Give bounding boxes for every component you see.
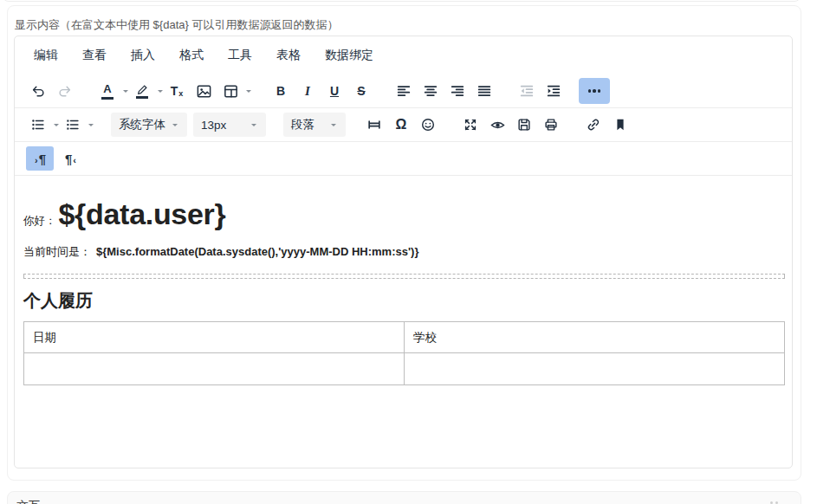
save-icon: [516, 117, 532, 132]
block-format-select[interactable]: 段落: [283, 113, 346, 137]
toolbar-row-1: A Tx: [15, 74, 792, 108]
fullscreen-button[interactable]: [458, 113, 483, 137]
insert-table-button[interactable]: [218, 79, 243, 103]
outdent-icon: [519, 83, 535, 99]
strikethrough-button[interactable]: S: [349, 79, 373, 103]
toolbar-row-2: 系统字体 13px 段落 Ω: [15, 108, 792, 142]
menu-view[interactable]: 查看: [75, 44, 114, 67]
redo-icon: [57, 83, 73, 99]
menu-data-binding[interactable]: 数据绑定: [317, 44, 381, 67]
resume-section-title[interactable]: 个人履历: [23, 289, 785, 313]
horizontal-rule-icon: [366, 117, 382, 132]
clear-formatting-icon: T: [171, 85, 178, 97]
greeting-label: 你好：: [23, 214, 56, 229]
table-header-school[interactable]: 学校: [405, 322, 785, 353]
emoticons-button[interactable]: [416, 113, 440, 137]
table-caret-icon[interactable]: [246, 90, 251, 95]
rich-text-editor[interactable]: 编辑 查看 插入 格式 工具 表格 数据绑定: [14, 36, 793, 468]
time-variable: ${Misc.formatDate(Data.sysdate(),'yyyy-M…: [96, 245, 418, 258]
bullet-list-button[interactable]: [26, 113, 50, 137]
ltr-icon: ›¶: [34, 152, 46, 166]
clear-formatting-button[interactable]: Tx: [165, 79, 189, 103]
eye-icon: [490, 117, 506, 133]
highlight-color-button[interactable]: [130, 79, 154, 103]
print-button[interactable]: [539, 113, 563, 137]
align-justify-button[interactable]: [472, 79, 496, 103]
greeting-heading[interactable]: 你好： ${data.user}: [23, 197, 785, 231]
preview-button[interactable]: [485, 113, 509, 137]
editor-content-area[interactable]: 你好： ${data.user} 当前时间是： ${Misc.formatDat…: [15, 176, 792, 468]
italic-icon: I: [305, 85, 310, 97]
editor-menubar: 编辑 查看 插入 格式 工具 表格 数据绑定: [15, 36, 792, 74]
font-family-caret-icon: [172, 124, 178, 129]
field-label: 显示内容（在富文本中使用 ${data} 可以引用数据源返回的数据）: [15, 17, 338, 33]
bullet-list-caret-icon[interactable]: [54, 124, 59, 129]
menu-tools[interactable]: 工具: [220, 44, 260, 67]
numbered-list-button[interactable]: [61, 113, 85, 137]
bookmark-icon: [613, 117, 628, 132]
anchor-button[interactable]: [608, 113, 632, 137]
underline-button[interactable]: U: [322, 79, 347, 103]
align-center-icon: [423, 83, 438, 99]
numbered-list-icon: [65, 117, 81, 132]
highlight-color-caret-icon[interactable]: [158, 90, 163, 95]
interaction-section-title: 交互: [16, 499, 41, 504]
display-content-card: 显示内容（在富文本中使用 ${data} 可以引用数据源返回的数据） 编辑 查看…: [7, 5, 801, 481]
text-color-caret-icon[interactable]: [123, 90, 128, 95]
align-left-icon: [396, 83, 412, 99]
table-header-date[interactable]: 日期: [24, 322, 405, 353]
link-icon: [586, 117, 601, 132]
undo-button[interactable]: [26, 79, 50, 103]
toolbar-row-3: ›¶ ¶‹: [15, 142, 792, 176]
outdent-button[interactable]: [515, 79, 539, 103]
menu-table[interactable]: 表格: [269, 44, 308, 67]
text-color-button[interactable]: A: [95, 79, 120, 103]
block-format-caret-icon: [331, 124, 336, 129]
align-center-button[interactable]: [418, 79, 443, 103]
save-button[interactable]: [512, 113, 536, 137]
bold-icon: B: [276, 85, 285, 97]
align-justify-icon: [477, 83, 492, 99]
font-family-select[interactable]: 系统字体: [111, 113, 187, 137]
interaction-section-header[interactable]: 交互: [7, 491, 801, 504]
time-paragraph[interactable]: 当前时间是： ${Misc.formatDate(Data.sysdate(),…: [23, 244, 785, 260]
align-left-button[interactable]: [392, 79, 416, 103]
table-row: [24, 353, 785, 385]
bullet-list-icon: [30, 117, 46, 132]
undo-icon: [30, 83, 46, 99]
menu-insert[interactable]: 插入: [123, 44, 163, 67]
align-right-icon: [450, 83, 465, 99]
italic-button[interactable]: I: [295, 79, 320, 103]
previous-card-remnant: [2, 0, 801, 2]
text-color-icon: A: [101, 83, 113, 100]
fullscreen-icon: [463, 117, 478, 132]
underline-icon: U: [330, 85, 339, 97]
indent-button[interactable]: [541, 79, 566, 103]
redo-button[interactable]: [53, 79, 77, 103]
highlight-color-icon: [136, 84, 149, 99]
ellipsis-icon: [588, 89, 591, 92]
numbered-list-caret-icon[interactable]: [88, 124, 94, 129]
table-icon: [223, 83, 239, 100]
more-toolbar-button[interactable]: [579, 78, 610, 104]
indent-icon: [546, 83, 561, 99]
rtl-icon: ¶‹: [65, 152, 77, 166]
bold-button[interactable]: B: [269, 79, 293, 103]
menu-format[interactable]: 格式: [172, 44, 211, 67]
insert-image-button[interactable]: [191, 79, 216, 103]
rtl-button[interactable]: ¶‹: [57, 146, 85, 171]
menu-edit[interactable]: 编辑: [26, 44, 66, 67]
table-cell-school[interactable]: [405, 353, 785, 385]
font-size-select[interactable]: 13px: [193, 113, 266, 137]
font-size-caret-icon: [251, 124, 256, 129]
print-icon: [543, 117, 559, 132]
horizontal-rule[interactable]: [23, 274, 785, 279]
horizontal-rule-button[interactable]: [362, 113, 386, 137]
special-character-button[interactable]: Ω: [389, 113, 413, 137]
table-header-row: 日期 学校: [24, 322, 785, 353]
emoticon-icon: [420, 117, 436, 132]
align-right-button[interactable]: [445, 79, 470, 103]
insert-link-button[interactable]: [581, 113, 606, 137]
table-cell-date[interactable]: [24, 353, 405, 385]
ltr-button[interactable]: ›¶: [26, 146, 54, 171]
